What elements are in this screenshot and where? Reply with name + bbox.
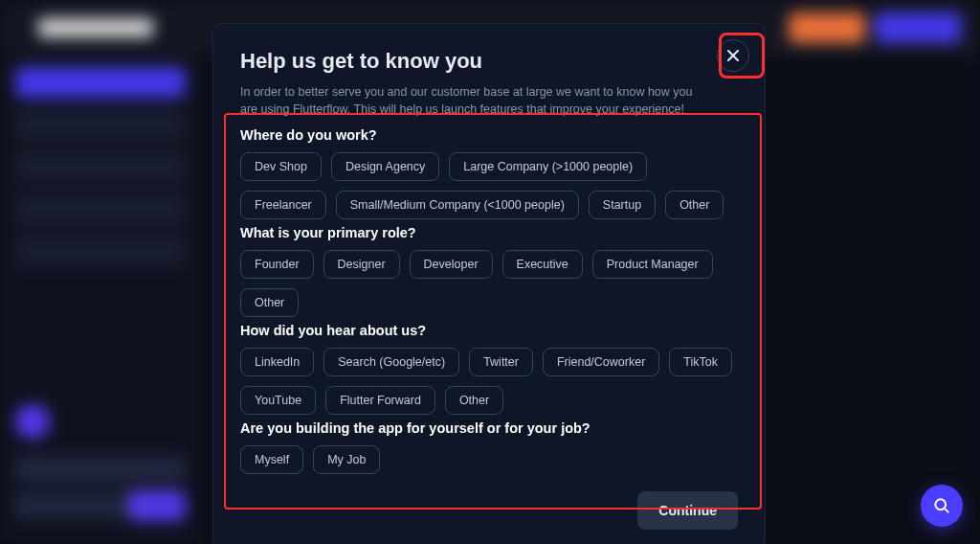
- survey-option-chip[interactable]: Developer: [410, 250, 493, 279]
- survey-option-chip[interactable]: Founder: [240, 250, 314, 279]
- sidebar-footer-button: [128, 490, 186, 521]
- survey-option-chip[interactable]: Other: [665, 191, 724, 219]
- survey-options: MyselfMy Job: [240, 445, 738, 474]
- survey-option-chip[interactable]: Freelancer: [240, 191, 326, 219]
- survey-option-chip[interactable]: Other: [445, 386, 503, 415]
- survey-option-chip[interactable]: Flutter Forward: [325, 386, 435, 415]
- survey-option-chip[interactable]: Product Manager: [592, 250, 713, 279]
- survey-sections: Where do you work?Dev ShopDesign AgencyL…: [240, 127, 738, 474]
- topbar-cta-secondary: [875, 12, 961, 43]
- close-icon: [726, 49, 740, 62]
- help-fab[interactable]: [921, 485, 963, 527]
- sidebar-item: [15, 151, 186, 182]
- avatar: [15, 404, 50, 439]
- app-logo: [38, 18, 153, 37]
- survey-option-chip[interactable]: YouTube: [240, 386, 316, 415]
- sidebar-item: [15, 193, 186, 224]
- survey-option-chip[interactable]: Executive: [502, 250, 583, 279]
- survey-option-chip[interactable]: Design Agency: [331, 152, 439, 181]
- svg-line-3: [945, 509, 948, 512]
- survey-option-chip[interactable]: Twitter: [469, 348, 533, 376]
- survey-question: How did you hear about us?: [240, 323, 738, 338]
- modal-subtitle: In order to better serve you and our cus…: [240, 83, 700, 118]
- survey-options: Dev ShopDesign AgencyLarge Company (>100…: [240, 152, 738, 219]
- survey-option-chip[interactable]: Small/Medium Company (<1000 people): [336, 191, 579, 219]
- survey-option-chip[interactable]: Startup: [589, 191, 656, 219]
- topbar-cta-primary: [789, 12, 865, 43]
- sidebar-item: [15, 236, 186, 266]
- modal-title: Help us get to know you: [240, 49, 738, 74]
- survey-question: Are you building the app for yourself or…: [240, 420, 738, 436]
- continue-button[interactable]: Continue: [637, 491, 738, 530]
- survey-question: What is your primary role?: [240, 225, 738, 240]
- survey-options: FounderDesignerDeveloperExecutiveProduct…: [240, 250, 738, 317]
- survey-option-chip[interactable]: My Job: [313, 445, 380, 474]
- survey-option-chip[interactable]: Search (Google/etc): [323, 348, 459, 376]
- close-button[interactable]: [717, 39, 749, 72]
- survey-option-chip[interactable]: Myself: [240, 445, 303, 474]
- survey-option-chip[interactable]: Friend/Coworker: [543, 348, 659, 376]
- sidebar: [0, 56, 201, 544]
- survey-option-chip[interactable]: LinkedIn: [240, 348, 314, 376]
- sidebar-footer-row: [15, 456, 186, 483]
- sidebar-item: [15, 67, 186, 98]
- survey-option-chip[interactable]: Designer: [323, 250, 400, 279]
- survey-option-chip[interactable]: TikTok: [669, 348, 732, 376]
- survey-option-chip[interactable]: Other: [240, 288, 299, 317]
- sidebar-item: [15, 109, 186, 140]
- survey-question: Where do you work?: [240, 127, 738, 143]
- survey-option-chip[interactable]: Dev Shop: [240, 152, 322, 181]
- survey-options: LinkedInSearch (Google/etc)TwitterFriend…: [240, 348, 738, 415]
- onboarding-modal: Help us get to know you In order to bett…: [212, 23, 766, 544]
- search-icon: [932, 496, 951, 515]
- survey-option-chip[interactable]: Large Company (>1000 people): [449, 152, 647, 181]
